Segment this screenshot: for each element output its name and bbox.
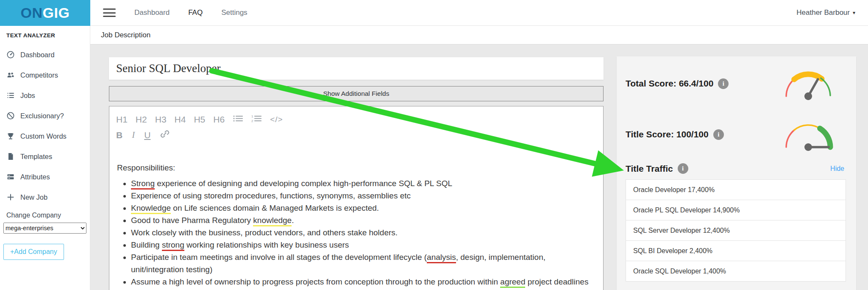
- highlighted-word: agreed: [500, 277, 525, 288]
- highlighted-word: analysis: [427, 253, 456, 263]
- h1-button[interactable]: H1: [116, 115, 128, 124]
- bullet-item: Knowledge on Life sciences domain & Mana…: [131, 202, 596, 214]
- bullet-list-icon[interactable]: [233, 114, 243, 124]
- title-score-row: Title Score: 100/100 i: [626, 117, 846, 152]
- top-navigation: Dashboard FAQ Settings Heather Barbour ▾: [90, 0, 868, 26]
- total-score-gauge: [781, 66, 837, 101]
- user-name: Heather Barbour: [796, 8, 850, 17]
- title-traffic-row: Oracle Developer 17,400%: [626, 179, 846, 200]
- sidebar-item-label: Attributes: [20, 173, 50, 181]
- ongig-logo[interactable]: ONGIG: [0, 0, 90, 26]
- breadcrumb-label: Job Description: [101, 31, 150, 39]
- title-score-label: Title Score: 100/100: [626, 129, 709, 139]
- bullet-item: Good to have Pharma Regulatory knowledge…: [131, 214, 596, 226]
- show-additional-fields-button[interactable]: Show Additional Fields: [109, 86, 604, 101]
- info-icon[interactable]: i: [718, 78, 729, 89]
- list-icon: [6, 91, 15, 100]
- gauge-icon: [6, 50, 15, 59]
- title-traffic-heading: Title Traffic: [626, 164, 673, 174]
- analysis-panel: Total Score: 66.4/100 i Title Score: 100…: [617, 56, 856, 290]
- info-icon[interactable]: i: [713, 129, 724, 140]
- title-traffic-header: Title Traffic i Hide: [626, 163, 846, 174]
- highlighted-word: strong: [162, 240, 184, 251]
- caret-down-icon: ▾: [853, 10, 855, 16]
- sidebar-item-label: Jobs: [20, 92, 35, 100]
- h2-button[interactable]: H2: [136, 115, 147, 124]
- user-menu[interactable]: Heather Barbour ▾: [796, 8, 855, 17]
- total-score-row: Total Score: 66.4/100 i: [626, 66, 846, 101]
- highlighted-word: knowledge: [253, 216, 292, 226]
- total-score-label: Total Score: 66.4/100: [626, 78, 713, 89]
- sidebar-item-label: Custom Words: [20, 132, 67, 140]
- title-traffic-row: SQL BI Developer 2,400%: [626, 240, 846, 261]
- sidebar: TEXT ANALYZER Dashboard Competitors Jobs…: [0, 26, 90, 290]
- sidebar-item-jobs[interactable]: Jobs: [0, 85, 90, 106]
- title-traffic-row: SQL Server Developer 12,400%: [626, 220, 846, 241]
- title-traffic-row: Oracle PL SQL Developer 14,900%: [626, 200, 846, 220]
- sidebar-item-custom-words[interactable]: Custom Words: [0, 126, 90, 146]
- h5-button[interactable]: H5: [194, 115, 205, 124]
- sidebar-item-label: Templates: [20, 153, 52, 161]
- svg-text:1: 1: [251, 114, 253, 118]
- stack-icon: [6, 173, 15, 181]
- nav-dashboard[interactable]: Dashboard: [134, 8, 170, 17]
- link-icon[interactable]: [160, 130, 170, 140]
- h4-button[interactable]: H4: [175, 115, 186, 124]
- bullet-item: Strong experience of designing and devel…: [131, 177, 596, 190]
- underline-button[interactable]: U: [144, 131, 150, 139]
- trophy-icon: [6, 132, 15, 140]
- h6-button[interactable]: H6: [213, 115, 225, 124]
- hide-link[interactable]: Hide: [830, 165, 844, 173]
- bold-button[interactable]: B: [116, 131, 122, 139]
- sidebar-item-attributes[interactable]: Attributes: [0, 167, 90, 187]
- title-score-gauge-needle: [804, 143, 829, 151]
- bullet-list: Strong experience of designing and devel…: [117, 177, 596, 288]
- svg-text:2: 2: [251, 119, 253, 123]
- job-title-text: Senior SQL Developer: [116, 62, 220, 75]
- editor-toolbar-row-1: H1 H2 H3 H4 H5 H6 12 </>: [116, 114, 596, 124]
- editor-toolbar-row-2: B I U: [116, 130, 596, 140]
- document-icon: [6, 152, 15, 161]
- sidebar-item-new-job[interactable]: New Job: [0, 187, 90, 207]
- logo-text-gig: GIG: [43, 5, 70, 21]
- bullet-item: Work closely with the business, product …: [131, 226, 596, 239]
- change-company-label: Change Company: [0, 212, 90, 219]
- sidebar-item-label: Exclusionary?: [20, 112, 64, 120]
- total-score-gauge-needle: [803, 78, 821, 101]
- title-traffic-list: Oracle Developer 17,400%Oracle PL SQL De…: [626, 179, 846, 282]
- breadcrumb: Job Description: [90, 26, 868, 45]
- job-description-editor[interactable]: H1 H2 H3 H4 H5 H6 12 </> B I U Responsib…: [109, 106, 604, 290]
- people-icon: [6, 71, 15, 79]
- sidebar-section-title: TEXT ANALYZER: [0, 32, 90, 39]
- sidebar-item-competitors[interactable]: Competitors: [0, 65, 90, 85]
- job-description-text[interactable]: Responsibilities: Strong experience of d…: [116, 162, 596, 288]
- bullet-item: Building strong working relationships wi…: [131, 239, 596, 251]
- job-title-field[interactable]: Senior SQL Developer: [109, 57, 604, 80]
- company-select[interactable]: mega-enterprises: [3, 223, 86, 234]
- ban-icon: [6, 112, 15, 120]
- bullet-item: Assume a high level of ownership to prog…: [131, 276, 596, 288]
- sidebar-item-dashboard[interactable]: Dashboard: [0, 45, 90, 65]
- h3-button[interactable]: H3: [155, 115, 167, 124]
- sidebar-item-label: Competitors: [20, 71, 58, 79]
- sidebar-item-label: New Job: [20, 193, 47, 201]
- ordered-list-icon[interactable]: 12: [251, 114, 262, 124]
- title-traffic-row: Oracle SQL Developer 1,400%: [626, 261, 846, 282]
- italic-button[interactable]: I: [132, 131, 135, 139]
- info-icon[interactable]: i: [678, 163, 688, 174]
- highlighted-word: Knowledge: [131, 204, 171, 214]
- plus-icon: [6, 193, 15, 201]
- nav-settings[interactable]: Settings: [221, 8, 247, 17]
- title-score-gauge: [781, 117, 837, 152]
- sidebar-item-label: Dashboard: [20, 51, 55, 59]
- sidebar-item-templates[interactable]: Templates: [0, 146, 90, 167]
- add-company-button[interactable]: +Add Company: [3, 244, 64, 260]
- hamburger-menu-icon[interactable]: [103, 8, 116, 17]
- nav-faq[interactable]: FAQ: [188, 8, 203, 17]
- sidebar-item-exclusionary[interactable]: Exclusionary?: [0, 106, 90, 126]
- responsibilities-heading: Responsibilities:: [117, 162, 596, 174]
- logo-text-on: ON: [21, 5, 43, 21]
- bullet-item: Experience of using storedm procedures, …: [131, 190, 596, 202]
- code-view-button[interactable]: </>: [270, 115, 283, 123]
- highlighted-word: Strong: [131, 179, 155, 190]
